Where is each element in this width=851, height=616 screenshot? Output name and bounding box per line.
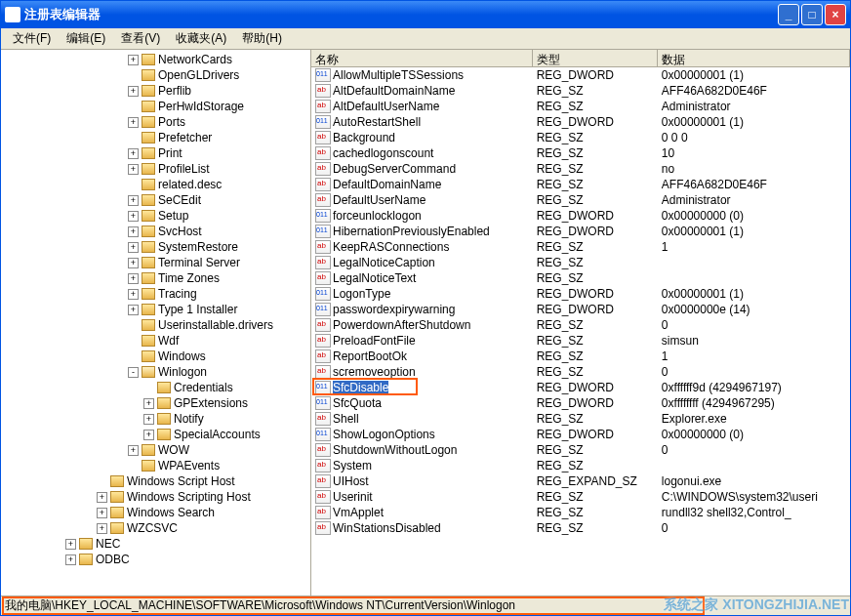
list-row[interactable]: BackgroundREG_SZ0 0 0: [311, 130, 850, 145]
list-row[interactable]: AllowMultipleTSSessionsREG_DWORD0x000000…: [311, 67, 850, 83]
tree-row[interactable]: -Winlogon: [3, 364, 308, 380]
list-row[interactable]: DefaultDomainNameREG_SZAFF46A682D0E46F: [311, 177, 850, 192]
tree-row[interactable]: +Type 1 Installer: [3, 302, 308, 317]
tree-row[interactable]: Windows Script Host: [3, 473, 308, 489]
list-row[interactable]: PowerdownAfterShutdownREG_SZ0: [311, 317, 850, 333]
tree-row[interactable]: +SeCEdit: [3, 192, 308, 208]
expander-icon[interactable]: +: [128, 305, 139, 315]
tree-row[interactable]: +SystemRestore: [3, 239, 308, 255]
list-row[interactable]: passwordexpirywarningREG_DWORD0x0000000e…: [311, 302, 850, 317]
tree-row[interactable]: +Windows Search: [3, 505, 308, 520]
list-row[interactable]: DefaultUserNameREG_SZAdministrator: [311, 192, 850, 208]
tree-row[interactable]: +Ports: [3, 114, 308, 130]
menu-item[interactable]: 编辑(E): [59, 28, 113, 49]
expander-icon[interactable]: +: [128, 211, 139, 222]
menu-item[interactable]: 帮助(H): [234, 28, 290, 49]
list-row[interactable]: ShowLogonOptionsREG_DWORD0x00000000 (0): [311, 427, 850, 442]
tree-row[interactable]: related.desc: [3, 177, 308, 192]
list-row[interactable]: HibernationPreviouslyEnabledREG_DWORD0x0…: [311, 224, 850, 239]
expander-icon[interactable]: +: [128, 164, 139, 175]
header-name[interactable]: 名称: [311, 50, 533, 66]
expander-icon[interactable]: +: [97, 508, 107, 518]
expander-icon[interactable]: +: [65, 539, 76, 550]
list-row[interactable]: LegalNoticeCaptionREG_SZ: [311, 255, 850, 270]
expander-icon[interactable]: +: [128, 258, 139, 268]
tree-row[interactable]: +NEC: [3, 536, 308, 552]
list-row[interactable]: AltDefaultDomainNameREG_SZAFF46A682D0E46…: [311, 83, 850, 99]
list-row[interactable]: ShutdownWithoutLogonREG_SZ0: [311, 442, 850, 458]
list-row[interactable]: ReportBootOkREG_SZ1: [311, 349, 850, 364]
close-button[interactable]: ×: [825, 4, 846, 25]
expander-icon[interactable]: +: [128, 195, 139, 206]
tree-row[interactable]: +Perflib: [3, 83, 308, 99]
list-row[interactable]: UserinitREG_SZC:\WINDOWS\system32\useri: [311, 489, 850, 505]
expander-icon[interactable]: +: [143, 414, 154, 425]
tree-row[interactable]: +Tracing: [3, 286, 308, 302]
tree-row[interactable]: +SvcHost: [3, 224, 308, 239]
list-row[interactable]: ShellREG_SZExplorer.exe: [311, 411, 850, 427]
list-body[interactable]: AllowMultipleTSSessionsREG_DWORD0x000000…: [311, 67, 850, 595]
tree-row[interactable]: PerHwIdStorage: [3, 99, 308, 114]
expander-icon[interactable]: +: [128, 242, 139, 253]
list-row[interactable]: PreloadFontFileREG_SZsimsun: [311, 333, 850, 349]
tree-pane[interactable]: +NetworkCardsOpenGLDrivers+PerflibPerHwI…: [1, 50, 311, 595]
header-data[interactable]: 数据: [658, 50, 850, 66]
tree-row[interactable]: OpenGLDrivers: [3, 67, 308, 83]
list-row[interactable]: SfcQuotaREG_DWORD0xffffffff (4294967295): [311, 395, 850, 411]
tree-row[interactable]: +Time Zones: [3, 270, 308, 286]
list-row[interactable]: WinStationsDisabledREG_SZ0: [311, 520, 850, 536]
list-row[interactable]: VmAppletREG_SZrundll32 shell32,Control_: [311, 505, 850, 520]
expander-icon[interactable]: +: [128, 273, 139, 284]
expander-icon[interactable]: +: [128, 55, 139, 65]
list-row[interactable]: LogonTypeREG_DWORD0x00000001 (1): [311, 286, 850, 302]
tree-row[interactable]: +SpecialAccounts: [3, 427, 308, 442]
expander-icon[interactable]: +: [97, 523, 107, 534]
list-row[interactable]: DebugServerCommandREG_SZno: [311, 161, 850, 177]
tree-row[interactable]: +WOW: [3, 442, 308, 458]
list-row[interactable]: SfcDisableREG_DWORD0xffffff9d (429496719…: [311, 380, 850, 395]
tree-row[interactable]: +Setup: [3, 208, 308, 224]
tree-row[interactable]: +Print: [3, 145, 308, 161]
expander-icon[interactable]: +: [128, 117, 139, 128]
expander-icon[interactable]: +: [128, 226, 139, 237]
expander-icon[interactable]: +: [143, 430, 154, 440]
list-row[interactable]: SystemREG_SZ: [311, 458, 850, 473]
tree-row[interactable]: Credentials: [3, 380, 308, 395]
expander-icon[interactable]: +: [128, 148, 139, 159]
expander-icon[interactable]: +: [143, 398, 154, 409]
tree-row[interactable]: Windows: [3, 349, 308, 364]
tree-row[interactable]: Prefetcher: [3, 130, 308, 145]
header-type[interactable]: 类型: [533, 50, 658, 66]
list-row[interactable]: UIHostREG_EXPAND_SZlogonui.exe: [311, 473, 850, 489]
menu-item[interactable]: 文件(F): [5, 28, 59, 49]
titlebar[interactable]: 注册表编辑器 _ □ ×: [1, 1, 850, 28]
menu-item[interactable]: 收藏夹(A): [168, 28, 234, 49]
list-row[interactable]: KeepRASConnectionsREG_SZ1: [311, 239, 850, 255]
expander-icon[interactable]: +: [128, 86, 139, 97]
tree-row[interactable]: +Notify: [3, 411, 308, 427]
minimize-button[interactable]: _: [778, 4, 799, 25]
maximize-button[interactable]: □: [801, 4, 823, 25]
list-row[interactable]: AltDefaultUserNameREG_SZAdministrator: [311, 99, 850, 114]
tree-row[interactable]: Userinstallable.drivers: [3, 317, 308, 333]
list-row[interactable]: LegalNoticeTextREG_SZ: [311, 270, 850, 286]
tree-row[interactable]: +ODBC: [3, 552, 308, 567]
tree-row[interactable]: +Windows Scripting Host: [3, 489, 308, 505]
tree-row[interactable]: +Terminal Server: [3, 255, 308, 270]
tree-row[interactable]: +NetworkCards: [3, 52, 308, 67]
expander-icon[interactable]: +: [128, 289, 139, 300]
list-row[interactable]: forceunlocklogonREG_DWORD0x00000000 (0): [311, 208, 850, 224]
tree-row[interactable]: +ProfileList: [3, 161, 308, 177]
list-row[interactable]: scremoveoptionREG_SZ0: [311, 364, 850, 380]
tree-row[interactable]: +GPExtensions: [3, 395, 308, 411]
expander-icon[interactable]: +: [65, 554, 76, 565]
tree-row[interactable]: WPAEvents: [3, 458, 308, 473]
list-row[interactable]: AutoRestartShellREG_DWORD0x00000001 (1): [311, 114, 850, 130]
list-header[interactable]: 名称 类型 数据: [311, 50, 850, 67]
expander-icon[interactable]: +: [128, 445, 139, 456]
list-row[interactable]: cachedlogonscountREG_SZ10: [311, 145, 850, 161]
tree-row[interactable]: Wdf: [3, 333, 308, 349]
menu-item[interactable]: 查看(V): [113, 28, 168, 49]
expander-icon[interactable]: +: [97, 492, 107, 503]
tree-row[interactable]: +WZCSVC: [3, 520, 308, 536]
